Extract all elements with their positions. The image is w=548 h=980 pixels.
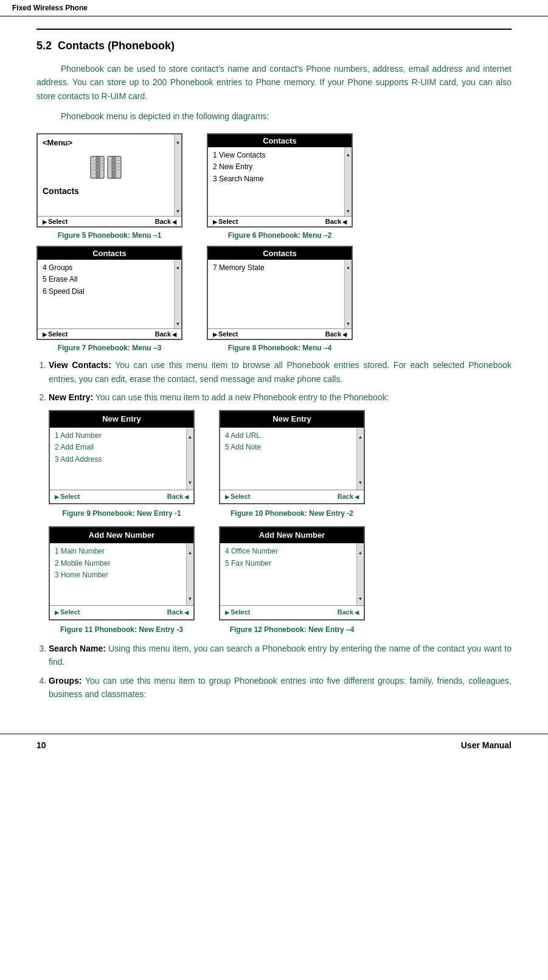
scrollbar-down-icon xyxy=(188,591,193,604)
page-footer: 10 User Manual xyxy=(0,734,548,756)
fig8-select: Select xyxy=(213,330,238,338)
scrollbar-down-icon xyxy=(176,318,181,327)
figure-6-screen: Contacts 1 View Contacts 2 New Entry 3 S… xyxy=(207,133,353,228)
fig11-item-1: 1 Main Number xyxy=(55,546,181,557)
fig6-item-3: 3 Search Name xyxy=(213,173,339,185)
fig12-content: 4 Office Number 5 Fax Number xyxy=(220,543,356,605)
figure-6-container: Contacts 1 View Contacts 2 New Entry 3 S… xyxy=(207,133,353,240)
fig6-back: Back xyxy=(325,218,347,225)
figures-row-3: New Entry 1 Add Number 2 Add Email 3 Add… xyxy=(49,410,512,520)
fig12-caption: Figure 12 Phonebook: New Entry –4 xyxy=(230,624,355,636)
numbered-list: View Contacts: You can use this menu ite… xyxy=(49,358,512,701)
fig7-content: 4 Groups 5 Erase All 6 Speed Dial xyxy=(38,260,174,328)
fig9-scrollbar xyxy=(186,428,193,490)
scrollbar-up-icon xyxy=(188,544,193,558)
fig5-menu-label: <Menu> xyxy=(43,137,169,150)
fig5-contacts-label: Contacts xyxy=(43,184,169,198)
figure-11-container: Add New Number 1 Main Number 2 Mobile Nu… xyxy=(49,526,195,636)
list-item-1-keyword: View Contacts: xyxy=(49,360,111,370)
fig8-footer: Select Back xyxy=(208,328,352,339)
fig10-select: Select xyxy=(225,492,250,502)
fig12-back: Back xyxy=(338,607,359,618)
fig7-scrollbar xyxy=(174,260,181,328)
select-arrow-icon xyxy=(55,492,59,502)
list-item-3: Search Name: Using this menu item, you c… xyxy=(49,642,512,669)
fig10-title: New Entry xyxy=(220,411,364,428)
fig10-caption: Figure 10 Phonebook: New Entry -2 xyxy=(231,508,353,520)
scrollbar-up-icon xyxy=(188,429,193,442)
fig10-item-2: 5 Add Note xyxy=(225,442,352,453)
list-item-4: Groups: You can use this menu item to gr… xyxy=(49,674,512,701)
fig9-caption: Figure 9 Phonebook: New Entry -1 xyxy=(62,508,181,520)
fig11-select: Select xyxy=(55,607,80,618)
figure-8-screen: Contacts 7 Memory State Select xyxy=(207,246,353,340)
figure-7-container: Contacts 4 Groups 5 Erase All 6 Speed Di… xyxy=(36,246,182,352)
list-item-3-text: Using this menu item, you can search a P… xyxy=(49,644,512,667)
fig5-select: Select xyxy=(43,218,68,225)
page-header: Fixed Wireless Phone xyxy=(0,0,548,16)
fig8-scrollbar xyxy=(344,260,352,328)
fig5-icon xyxy=(43,155,169,182)
svg-rect-3 xyxy=(112,156,116,178)
fig12-scrollbar xyxy=(356,543,364,605)
fig9-footer: Select Back xyxy=(50,490,193,504)
select-arrow-icon xyxy=(213,330,217,338)
scrollbar-down-icon xyxy=(358,474,363,488)
fig8-content: 7 Memory State xyxy=(208,260,344,328)
figure-10-container: New Entry 4 Add URL 5 Add Note xyxy=(219,410,365,520)
section-title: 5.2 Contacts (Phonebook) xyxy=(36,40,512,52)
back-arrow-icon xyxy=(184,492,189,502)
figure-5-container: <Menu> xyxy=(36,133,182,240)
fig6-item-2: 2 New Entry xyxy=(213,161,339,173)
select-arrow-icon xyxy=(43,218,47,225)
select-arrow-icon xyxy=(213,218,217,225)
fig8-item-1: 7 Memory State xyxy=(213,262,339,274)
fig7-title: Contacts xyxy=(38,247,181,260)
fig11-item-3: 3 Home Number xyxy=(55,569,181,581)
fig8-title: Contacts xyxy=(208,247,352,260)
figure-8-container: Contacts 7 Memory State Select xyxy=(207,246,353,352)
scrollbar-up-icon xyxy=(346,148,351,158)
fig11-content: 1 Main Number 2 Mobile Number 3 Home Num… xyxy=(50,543,186,605)
fig7-footer: Select Back xyxy=(38,328,181,339)
figure-5-screen: <Menu> xyxy=(36,133,182,228)
header-title: Fixed Wireless Phone xyxy=(12,4,88,12)
fig8-caption: Figure 8 Phonebook: Menu –4 xyxy=(228,344,332,352)
figures-row-2: Contacts 4 Groups 5 Erase All 6 Speed Di… xyxy=(36,246,512,352)
fig9-back: Back xyxy=(167,492,189,502)
fig11-back: Back xyxy=(167,607,189,618)
fig7-back: Back xyxy=(155,330,176,338)
list-item-1-text: You can use this menu item to browse all… xyxy=(49,360,512,383)
fig9-item-3: 3 Add Address xyxy=(55,454,181,465)
fig6-title: Contacts xyxy=(208,134,352,147)
fig7-select: Select xyxy=(43,330,68,338)
back-arrow-icon xyxy=(342,330,347,338)
fig12-item-2: 5 Fax Number xyxy=(225,558,352,569)
scrollbar-up-icon xyxy=(358,429,363,442)
fig9-item-1: 1 Add Number xyxy=(55,430,181,442)
fig11-title: Add New Number xyxy=(50,527,193,544)
list-item-2-text: You can use this menu item to add a new … xyxy=(95,392,389,402)
fig8-back: Back xyxy=(325,330,347,338)
scrollbar-down-icon xyxy=(346,318,351,327)
fig5-caption: Figure 5 Phonebook: Menu –1 xyxy=(58,231,162,240)
fig6-scrollbar xyxy=(344,147,352,216)
figure-10-screen: New Entry 4 Add URL 5 Add Note xyxy=(219,410,365,504)
fig9-select: Select xyxy=(55,492,80,502)
fig10-content: 4 Add URL 5 Add Note xyxy=(220,428,356,490)
fig7-item-3: 6 Speed Dial xyxy=(43,286,169,297)
fig10-scrollbar xyxy=(356,428,364,490)
fig5-content: <Menu> xyxy=(38,134,174,216)
figure-12-screen: Add New Number 4 Office Number 5 Fax Num… xyxy=(219,526,365,620)
scrollbar-up-icon xyxy=(346,261,351,271)
fig12-title: Add New Number xyxy=(220,527,364,544)
page-number: 10 xyxy=(36,740,46,750)
section-divider xyxy=(36,29,512,30)
figure-7-screen: Contacts 4 Groups 5 Erase All 6 Speed Di… xyxy=(36,246,182,340)
diagrams-intro: Phonebook menu is depicted in the follow… xyxy=(36,111,512,121)
figures-row-4: Add New Number 1 Main Number 2 Mobile Nu… xyxy=(49,526,512,636)
fig5-footer: Select Back xyxy=(38,216,181,226)
figure-12-container: Add New Number 4 Office Number 5 Fax Num… xyxy=(219,526,365,636)
scrollbar-down-icon xyxy=(188,474,193,488)
fig10-item-1: 4 Add URL xyxy=(225,430,352,442)
